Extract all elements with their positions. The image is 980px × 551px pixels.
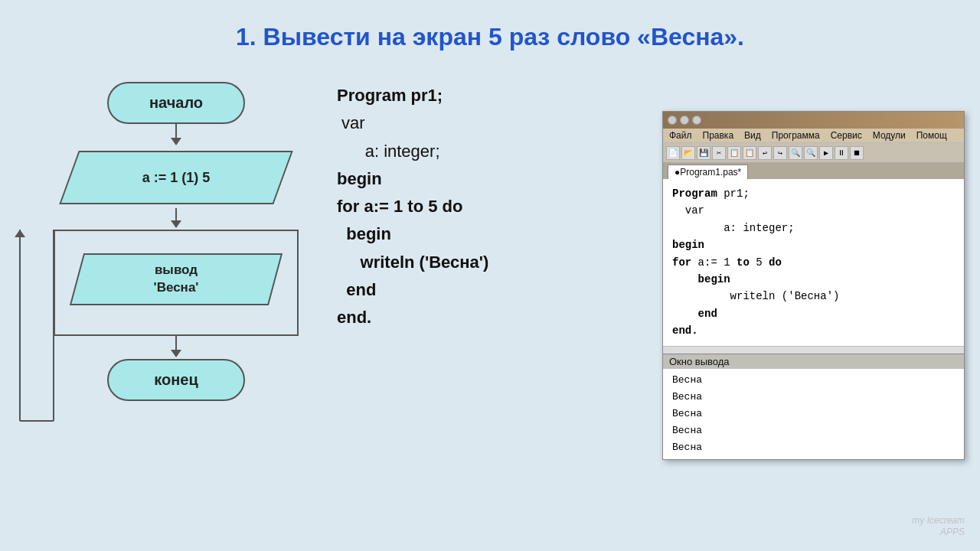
flowchart-end: конец [107,359,245,401]
ide-output-header: Окно вывода [663,354,964,369]
ide-code-line-6: begin [672,271,955,288]
ide-code-line-1: Program pr1; [672,185,955,202]
svg-marker-3 [171,220,181,228]
toolbar-btn-12[interactable]: ⏸ [835,146,848,160]
toolbar-btn-1[interactable]: 📄 [666,146,680,160]
ide-code-line-4: begin [672,236,955,253]
back-arrow [20,230,55,429]
arrow-down-1 [168,124,184,147]
code-line-3: a: integer; [337,138,612,165]
toolbar-btn-7[interactable]: ↩ [758,146,772,160]
ide-menubar: Файл Правка Вид Программа Сервис Модули … [663,129,964,143]
ide-output-area: Весна Весна Весна Весна Весна [663,369,964,459]
loop-structure: a := 1 (1) 5 вывод'Весна' [46,147,306,336]
menu-view[interactable]: Вид [744,130,761,141]
output-line-3: Весна [672,406,955,422]
ide-btn-3[interactable] [692,116,701,125]
ide-tab-program[interactable]: ●Program1.pas* [668,165,748,179]
toolbar-btn-8[interactable]: ↪ [773,146,787,160]
toolbar-btn-13[interactable]: ⏹ [850,146,864,160]
svg-marker-7 [15,230,25,237]
ide-code-area: Program pr1; var a: integer; begin for a… [663,179,964,346]
code-line-8: end [337,276,612,304]
code-line-6: begin [337,220,612,248]
menu-modules[interactable]: Модули [873,130,906,141]
code-line-4: begin [337,165,612,193]
ide-code-line-3: a: integer; [672,220,955,236]
code-line-5: for a:= 1 to 5 do [337,193,612,220]
toolbar-btn-4[interactable]: ✂ [712,146,726,160]
toolbar-btn-6[interactable]: 📋 [743,146,756,160]
ide-code-line-8: end [672,305,955,322]
flowchart-start: начало [107,82,245,124]
ide-code-line-2: var [672,202,955,219]
toolbar-btn-5[interactable]: 📋 [727,146,741,160]
flowchart-output: вывод'Весна' [69,250,283,308]
toolbar-btn-9[interactable]: 🔍 [789,146,802,160]
svg-marker-9 [171,350,181,357]
ide-tab-bar: ●Program1.pas* [663,163,964,179]
arrow-down-2 [168,208,184,230]
output-line-4: Весна [672,422,955,439]
svg-marker-1 [171,138,181,145]
code-line-7: writeln ('Весна') [337,249,612,276]
menu-edit[interactable]: Правка [703,130,734,141]
watermark: my IcecreamAPPS [912,514,965,537]
ide-titlebar [663,112,964,129]
ide-toolbar: 📄 📂 💾 ✂ 📋 📋 ↩ ↪ 🔍 🔍 ▶ ⏸ ⏹ [663,143,964,163]
menu-file[interactable]: Файл [669,130,692,141]
page-title: 1. Вывести на экран 5 раз слово «Весна». [0,0,980,67]
toolbar-btn-2[interactable]: 📂 [681,146,695,160]
toolbar-btn-3[interactable]: 💾 [697,146,710,160]
output-line-5: Весна [672,439,955,456]
ide-code-line-7: writeln ('Весна') [672,288,955,305]
ide-btn-1[interactable] [668,116,677,125]
menu-help[interactable]: Помощ [916,130,947,141]
toolbar-btn-11[interactable]: ▶ [819,146,833,160]
flowchart-condition: a := 1 (1) 5 [54,147,299,208]
code-line-9: end. [337,304,612,331]
flowchart: начало a := 1 (1) 5 вывод' [46,82,306,401]
output-line-2: Весна [672,389,955,406]
toolbar-btn-10[interactable]: 🔍 [804,146,818,160]
output-line-1: Весна [672,372,955,389]
loop-body: вывод'Весна' [54,230,299,336]
ide-btn-2[interactable] [680,116,689,125]
ide-code-line-9: end. [672,322,955,339]
arrow-down-3 [168,336,184,359]
menu-program[interactable]: Программа [772,130,820,141]
ide-horizontal-scrollbar[interactable] [663,346,964,354]
code-line-1: Program pr1; [337,82,612,109]
ide-window: Файл Правка Вид Программа Сервис Модули … [662,111,965,460]
code-line-2: var [337,109,612,137]
code-section: Program pr1; var a: integer; begin for a… [337,82,612,332]
ide-code-line-5: for a:= 1 to 5 do [672,254,955,271]
menu-service[interactable]: Сервис [831,130,862,141]
